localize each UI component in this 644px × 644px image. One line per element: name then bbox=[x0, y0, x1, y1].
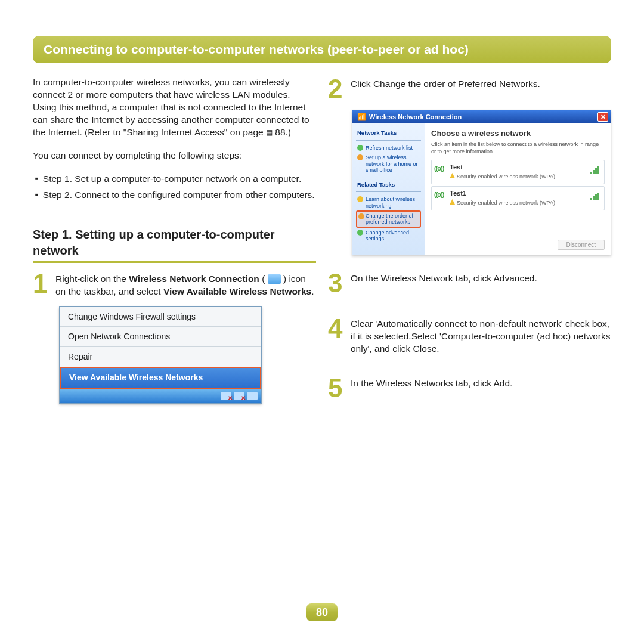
link-learn-wireless[interactable]: Learn about wireless networking bbox=[356, 194, 421, 210]
tray-nic1-icon[interactable] bbox=[221, 392, 231, 400]
wifi-network-test1[interactable]: Test1 Security-enabled wireless network … bbox=[431, 186, 605, 210]
steps-lead-in: You can connect by completing the follow… bbox=[33, 150, 316, 162]
page-number-badge: 80 bbox=[306, 603, 338, 621]
signal-bars-icon bbox=[590, 193, 599, 200]
context-menu-screenshot: Change Windows Firewall settings Open Ne… bbox=[59, 306, 262, 404]
heading-underline bbox=[33, 261, 316, 263]
ctx-view-available[interactable]: View Available Wireless Networks bbox=[60, 367, 261, 389]
instr1-b: Wireless Network Connection bbox=[129, 274, 259, 284]
instr1-e: View Available Wireless Networks bbox=[163, 286, 311, 296]
main-subtext: Click an item in the list below to conne… bbox=[431, 141, 605, 155]
antenna-icon: 📶 bbox=[357, 112, 366, 122]
dialog-sidebar: Network Tasks Refresh network list Set u… bbox=[352, 123, 425, 255]
overview-bullets: Step 1. Set up a computer-to-computer ne… bbox=[33, 173, 316, 202]
link-refresh-network[interactable]: Refresh network list bbox=[356, 143, 421, 153]
instr1-a: Right-click on the bbox=[55, 274, 129, 284]
ctx-open-connections[interactable]: Open Network Connections bbox=[60, 326, 261, 346]
instruction-5-text: In the Wireless Networks tab, click Add. bbox=[351, 376, 611, 390]
wifi-security-2: Security-enabled wireless network (WPA) bbox=[450, 199, 600, 206]
tray-wireless-icon[interactable] bbox=[247, 392, 258, 400]
dialog-titlebar: 📶 Wireless Network Connection ✕ bbox=[352, 110, 611, 123]
wifi-network-test[interactable]: Test Security-enabled wireless network (… bbox=[431, 160, 605, 184]
step-number-2: 2 bbox=[328, 76, 347, 101]
bullet-step1: Step 1. Set up a computer-to-computer ne… bbox=[44, 173, 316, 185]
step-number-1: 1 bbox=[33, 271, 52, 296]
left-column: In computer-to-computer wireless network… bbox=[33, 76, 316, 408]
page-ref-icon: ▤ bbox=[266, 128, 273, 137]
link-advanced-settings[interactable]: Change advanced settings bbox=[356, 228, 421, 244]
instruction-1: 1 Right-click on the Wireless Network Co… bbox=[33, 271, 316, 298]
instruction-3-text: On the Wireless Network tab, click Advan… bbox=[351, 271, 611, 285]
link-change-order[interactable]: Change the order of preferred networks bbox=[356, 210, 421, 228]
ctx-repair[interactable]: Repair bbox=[60, 346, 261, 367]
wifi-name-1: Test bbox=[450, 163, 600, 172]
signal-bars-icon bbox=[590, 166, 599, 174]
dialog-main: Choose a wireless network Click an item … bbox=[425, 123, 611, 255]
step1-heading: Step 1. Setting up a computer-to-compute… bbox=[33, 227, 316, 259]
step-number-5: 5 bbox=[328, 376, 347, 401]
close-icon[interactable]: ✕ bbox=[597, 112, 608, 122]
two-column-layout: In computer-to-computer wireless network… bbox=[33, 76, 611, 408]
dialog-footer: Disconnect bbox=[558, 240, 605, 250]
dialog-body: Network Tasks Refresh network list Set u… bbox=[352, 123, 611, 255]
section-title: Connecting to computer-to-computer netwo… bbox=[33, 36, 611, 63]
instruction-2-text: Click Change the order of Preferred Netw… bbox=[351, 76, 611, 91]
sidebar-divider-2 bbox=[356, 191, 421, 192]
step-number-4: 4 bbox=[328, 316, 347, 341]
instr1-c: ( bbox=[259, 274, 268, 284]
tray-nic2-icon[interactable] bbox=[234, 392, 244, 400]
instruction-2: 2 Click Change the order of Preferred Ne… bbox=[328, 76, 611, 101]
wireless-taskbar-icon bbox=[268, 274, 281, 284]
sidebar-head-network-tasks: Network Tasks bbox=[357, 129, 421, 137]
sidebar-divider-1 bbox=[356, 140, 421, 141]
right-column: 2 Click Change the order of Preferred Ne… bbox=[328, 76, 611, 408]
wireless-dialog-screenshot: 📶 Wireless Network Connection ✕ Network … bbox=[352, 110, 611, 255]
disconnect-button[interactable]: Disconnect bbox=[558, 240, 605, 250]
wifi-name-2: Test1 bbox=[450, 189, 600, 198]
intro-paragraph: In computer-to-computer wireless network… bbox=[33, 76, 316, 139]
instruction-1-text: Right-click on the Wireless Network Conn… bbox=[55, 271, 316, 298]
bullet-step2: Step 2. Connect to the configured comput… bbox=[44, 189, 316, 202]
instr1-f: . bbox=[311, 286, 314, 296]
instruction-3: 3 On the Wireless Network tab, click Adv… bbox=[328, 271, 611, 296]
taskbar-tray bbox=[60, 389, 261, 403]
sidebar-head-related-tasks: Related Tasks bbox=[357, 181, 421, 189]
wifi-security-1: Security-enabled wireless network (WPA) bbox=[450, 173, 600, 180]
main-title: Choose a wireless network bbox=[431, 128, 605, 139]
instruction-4: 4 Clear 'Automatically connect to non-de… bbox=[328, 316, 611, 355]
ctx-firewall[interactable]: Change Windows Firewall settings bbox=[60, 307, 261, 327]
instruction-5: 5 In the Wireless Networks tab, click Ad… bbox=[328, 376, 611, 401]
dialog-title: Wireless Network Connection bbox=[369, 113, 462, 122]
intro-page-ref: 88.) bbox=[275, 127, 291, 137]
step-number-3: 3 bbox=[328, 271, 347, 296]
link-setup-network[interactable]: Set up a wireless network for a home or … bbox=[356, 153, 421, 175]
instruction-4-text: Clear 'Automatically connect to non-defa… bbox=[351, 316, 611, 355]
